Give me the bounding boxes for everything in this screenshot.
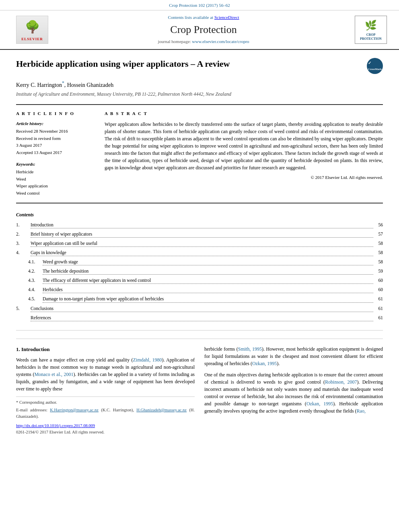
contents-item-1: 2. Brief history of wiper applicators 57	[16, 231, 383, 239]
citation-rao: Rao,	[357, 408, 366, 414]
homepage-url[interactable]: www.elsevier.com/locate/cropro	[192, 39, 249, 44]
body-para-right-0: herbicide forms (Smith, 1995). However, …	[204, 345, 383, 367]
footnote-section: * Corresponding author. E-mail addresses…	[16, 396, 195, 419]
contents-label-1: Brief history of wiper applicators	[31, 232, 92, 236]
contents-dots-9: Conclusions	[31, 305, 373, 312]
article-title: Herbicide application using wiper applic…	[16, 58, 367, 70]
journal-title: Crop Protection	[56, 23, 351, 37]
crop-logo-area: 🌿 CROP PROTECTION	[351, 16, 391, 44]
contents-label-3: Gaps in knowledge	[31, 250, 66, 255]
citation-ozkan-1: Ozkan, 1995	[252, 361, 277, 366]
contents-page-2: 58	[375, 240, 383, 246]
article-authors: Kerry C. Harrington*, Hossein Ghanizadeh	[16, 80, 383, 89]
doi-line: http://dx.doi.org/10.1016/j.cropro.2017.…	[16, 423, 195, 429]
contents-page-7: 60	[375, 286, 383, 293]
contents-label-6: The efficacy of different wiper applicat…	[43, 278, 151, 283]
plant-icon: 🌿	[365, 19, 377, 33]
journal-header: 🌳 ELSEVIER Contents lists available at S…	[0, 10, 399, 49]
contents-label-5: The herbicide deposition	[43, 269, 88, 273]
crop-logo-line1: CROP	[366, 33, 376, 37]
footnote-corresponding: * Corresponding author.	[16, 399, 195, 406]
contents-num-3: 4.	[16, 249, 29, 256]
paper-content: Herbicide application using wiper applic…	[0, 50, 399, 444]
contents-item-9: 5. Conclusions 61	[16, 305, 383, 313]
contents-item-2: 3. Wiper application can still be useful…	[16, 240, 383, 248]
keyword-2: Wiper application	[16, 183, 97, 189]
contents-dots-10: References	[31, 314, 373, 321]
contents-page-0: 56	[375, 222, 383, 228]
contents-item-7: 4.4. Herbicides 60	[16, 286, 383, 294]
footnote-email-link-1[interactable]: K.Harrington@massey.ac.nz	[50, 408, 99, 412]
elsevier-logo-image: 🌳 ELSEVIER	[16, 16, 48, 44]
contents-num-9: 5.	[16, 305, 29, 312]
body-right-col: herbicide forms (Smith, 1995). However, …	[204, 345, 383, 435]
contents-label-8: Damage to non-target plants from wiper a…	[43, 296, 164, 301]
contents-page-6: 60	[375, 277, 383, 283]
abstract-text: Wiper applicators allow herbicides to be…	[105, 121, 383, 171]
contents-num-5: 4.2.	[28, 268, 41, 274]
contents-num-4: 4.1.	[28, 259, 41, 265]
footnote-email-label: E-mail addresses:	[16, 408, 50, 412]
body-para-right-1: One of the main objectives during herbic…	[204, 371, 383, 415]
crop-logo-text: CROP PROTECTION	[360, 33, 382, 41]
contents-num-8: 4.5.	[28, 296, 41, 302]
contents-label-9: Conclusions	[31, 306, 53, 311]
contents-dots-2: Wiper application can still be useful	[31, 240, 373, 247]
tree-icon: 🌳	[25, 18, 40, 35]
rights-line: 0261-2194/© 2017 Elsevier Ltd. All right…	[16, 429, 195, 435]
contents-page-3: 58	[375, 249, 383, 256]
article-title-section: Herbicide application using wiper applic…	[16, 58, 383, 74]
citation-ozkan-2: Ozkan, 1995	[306, 401, 333, 407]
contents-item-0: 1. Introduction 56	[16, 222, 383, 230]
keyword-1: Weed	[16, 176, 97, 182]
crossmark-badge: ✓CrossMark	[367, 58, 383, 74]
homepage-label: journal homepage:	[158, 39, 191, 44]
elsevier-logo-area: 🌳 ELSEVIER	[8, 16, 56, 44]
citation-zimdahl: Zimdahl, 1980	[133, 357, 162, 363]
contents-dots-4: Weed growth stage	[43, 259, 373, 265]
contents-num-7: 4.4.	[28, 286, 41, 293]
contents-item-3: 4. Gaps in knowledge 58	[16, 249, 383, 257]
contents-num-0: 1.	[16, 222, 29, 228]
science-direct-label: Contents lists available at ScienceDirec…	[56, 14, 351, 21]
history-item-3: Accepted 13 August 2017	[16, 150, 97, 156]
contents-label-2: Wiper application can still be useful	[31, 241, 97, 246]
crop-logo: 🌿 CROP PROTECTION	[355, 16, 387, 44]
body-columns: 1. Introduction Weeds can have a major e…	[16, 339, 383, 435]
contents-item-10: References 61	[16, 314, 383, 322]
contents-dots-3: Gaps in knowledge	[31, 249, 373, 256]
article-abstract: A B S T R A C T Wiper applicators allow …	[105, 111, 383, 197]
contents-dots-6: The efficacy of different wiper applicat…	[43, 277, 373, 284]
body-left-col: 1. Introduction Weeds can have a major e…	[16, 345, 195, 435]
citation-monaco: Monaco et al., 2001	[34, 372, 73, 377]
contents-dots-1: Brief history of wiper applicators	[31, 231, 373, 238]
citation-text: Crop Protection 102 (2017) 56–62	[169, 3, 230, 8]
history-item-2: 3 August 2017	[16, 142, 97, 148]
article-affiliation: Institute of Agriculture and Environment…	[16, 91, 383, 98]
article-info: A R T I C L E I N F O Article history: R…	[16, 111, 97, 197]
contents-label-4: Weed growth stage	[43, 259, 78, 264]
contents-page-9: 61	[375, 305, 383, 312]
contents-dots-7: Herbicides	[43, 286, 373, 293]
contents-dots-5: The herbicide deposition	[43, 268, 373, 275]
article-meta-section: A R T I C L E I N F O Article history: R…	[16, 104, 383, 203]
section-1-title: 1. Introduction	[16, 345, 195, 353]
keywords-label: Keywords:	[16, 161, 97, 167]
science-direct-link[interactable]: ScienceDirect	[214, 15, 239, 20]
abstract-copyright: © 2017 Elsevier Ltd. All rights reserved…	[105, 175, 383, 181]
contents-section: Contents 1. Introduction 56 2. Brief his…	[16, 212, 383, 331]
citation-bar: Crop Protection 102 (2017) 56–62	[0, 0, 399, 10]
journal-header-center: Contents lists available at ScienceDirec…	[56, 14, 351, 45]
crossmark-text: ✓CrossMark	[368, 60, 382, 72]
footnote-email-link-2[interactable]: H.Ghanizadeh@massey.ac.nz	[136, 408, 187, 412]
contents-item-4: 4.1. Weed growth stage 58	[16, 259, 383, 267]
footnote-email: E-mail addresses: K.Harrington@massey.ac…	[16, 407, 195, 420]
footnote-email-name-1: (K.C. Harrington),	[101, 408, 136, 412]
contents-page-10: 61	[375, 314, 383, 321]
doi-link[interactable]: http://dx.doi.org/10.1016/j.cropro.2017.…	[16, 423, 95, 428]
citation-robinson: Robinson, 2007	[325, 379, 357, 385]
contents-label-7: Herbicides	[43, 287, 63, 292]
citation-smith: Smith, 1995	[238, 346, 262, 352]
elsevier-text: ELSEVIER	[21, 37, 43, 43]
article-info-heading: A R T I C L E I N F O	[16, 111, 97, 117]
